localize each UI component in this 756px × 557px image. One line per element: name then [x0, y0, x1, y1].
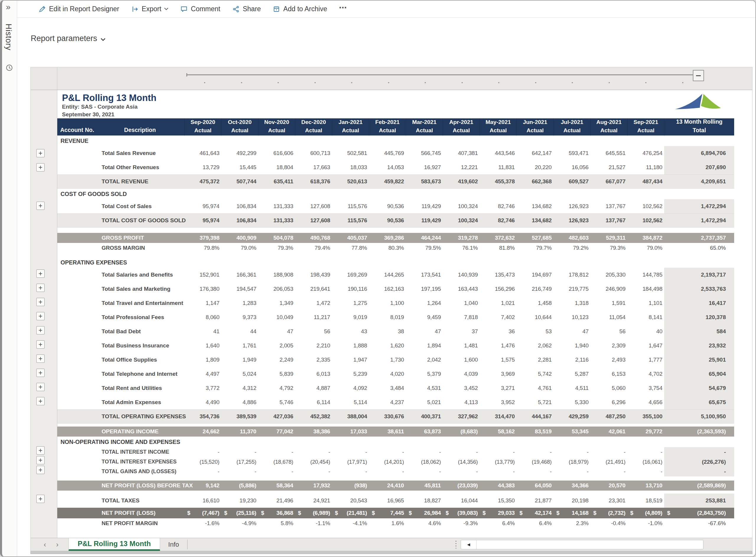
- viewport-header-strip: [30, 67, 752, 90]
- cell-value: 127,608: [295, 214, 332, 227]
- cell-value: 5,330: [553, 395, 590, 409]
- cell-value: 38: [369, 324, 406, 339]
- cell-value: 443,546: [480, 146, 516, 160]
- cell-value: 135,473: [480, 268, 516, 282]
- comment-button[interactable]: Comment: [180, 5, 220, 13]
- cell-value: 100,324: [443, 199, 480, 213]
- cell-value: 3,754: [627, 381, 664, 395]
- cell-value: 63,873: [406, 427, 443, 437]
- expand-row-button[interactable]: +: [36, 149, 45, 157]
- edit-in-report-designer-button[interactable]: Edit in Report Designer: [38, 5, 119, 13]
- toolbar: Edit in Report Designer Export Comment: [17, 1, 755, 18]
- status-strip: [30, 551, 752, 554]
- cell-value: -: [332, 447, 369, 457]
- horizontal-scrollbar[interactable]: ◀: [461, 540, 703, 549]
- cell-value: 1,809: [184, 353, 221, 367]
- cell-value: 190,116: [332, 282, 369, 296]
- expand-row-button[interactable]: +: [36, 466, 45, 474]
- expand-panel-icon[interactable]: »: [6, 2, 11, 12]
- more-options-button[interactable]: ⋯: [339, 3, 347, 15]
- cell-value: -4.9%: [221, 518, 258, 528]
- table-row: GROSS MARGIN79.8%79.0%79.3%79.4%77.8%80.…: [57, 243, 734, 253]
- tab-pl-rolling-13-month[interactable]: P&L Rolling 13 Month: [68, 538, 160, 551]
- expand-row-button[interactable]: +: [36, 326, 45, 334]
- row-label: Total Rent and Utilities: [96, 385, 184, 391]
- cell-value: 64,050: [516, 480, 553, 491]
- cell-value: 4,702: [627, 367, 664, 381]
- column-tick: [682, 82, 683, 83]
- expand-row-button[interactable]: +: [36, 369, 45, 377]
- share-button[interactable]: Share: [232, 5, 261, 13]
- tab-info[interactable]: Info: [160, 538, 188, 551]
- row-label: TOTAL REVENUE: [96, 178, 184, 185]
- cell-value: (19,468): [516, 457, 553, 467]
- expand-row-button[interactable]: +: [36, 397, 45, 405]
- row-label: TOTAL INTEREST INCOME: [96, 449, 184, 455]
- cell-value: 11,180: [627, 160, 664, 174]
- table-row: NET PROFIT MARGIN-1.6%-4.9%5.8%-1.1%-4.1…: [57, 518, 734, 528]
- cell-value: 11,831: [480, 160, 516, 174]
- collapse-columns-handle[interactable]: [693, 70, 704, 81]
- scroll-left-button[interactable]: ◀: [461, 540, 477, 549]
- export-label: Export: [142, 5, 161, 13]
- cell-value: 476,254: [627, 146, 664, 160]
- history-tab[interactable]: History: [4, 24, 13, 51]
- expand-row-button[interactable]: +: [36, 298, 45, 306]
- value: 36,868: [276, 510, 293, 516]
- cell-value: 1,283: [221, 296, 258, 310]
- expand-row-button[interactable]: +: [36, 284, 45, 292]
- cell-value: 53,345: [553, 427, 590, 437]
- cell-value: 452,382: [295, 410, 332, 423]
- column-slider-track[interactable]: [186, 75, 695, 75]
- cell-value: 1,591: [590, 296, 627, 310]
- cell-value: 58,364: [258, 480, 295, 491]
- month-column-header: Sep-2020Actual: [184, 118, 221, 136]
- expand-row-button[interactable]: +: [36, 163, 45, 172]
- expand-row-button[interactable]: +: [36, 340, 45, 349]
- expand-row-button[interactable]: +: [36, 383, 45, 391]
- cell-value: 18,804: [258, 160, 295, 174]
- cell-total: (2,589,869): [664, 480, 734, 491]
- cell-value: (21,491): [590, 457, 627, 467]
- total-header-line1: 13 Month Rolling: [676, 118, 722, 125]
- cell-value: 24,921: [295, 494, 332, 508]
- cell-value: 354,736: [184, 410, 221, 423]
- cell-value: 119,429: [406, 199, 443, 213]
- history-clock-icon[interactable]: [5, 64, 13, 73]
- expand-row-button[interactable]: +: [36, 312, 45, 320]
- add-to-archive-button[interactable]: Add to Archive: [273, 5, 327, 13]
- expand-row-button[interactable]: +: [36, 495, 45, 503]
- cell-value: 507,744: [221, 175, 258, 188]
- cell-total: 54,679: [664, 381, 734, 395]
- cell-value: 429,259: [553, 410, 590, 423]
- cell-value: 5,746: [258, 395, 295, 409]
- account-cell: [57, 214, 96, 227]
- expand-row-button[interactable]: +: [36, 202, 45, 210]
- cell-value: 20,220: [516, 160, 553, 174]
- cell-value: 6,114: [295, 395, 332, 409]
- cell-value: 1,481: [443, 339, 480, 353]
- cell-value: 42,061: [590, 427, 627, 437]
- expand-row-button[interactable]: +: [36, 446, 45, 455]
- cell-value: -: [516, 447, 553, 457]
- expand-row-button[interactable]: +: [36, 456, 45, 464]
- cell-value: $(6,989): [295, 508, 332, 518]
- cell-value: 90,536: [369, 199, 406, 213]
- report-parameters-toggle[interactable]: Report parameters: [31, 34, 106, 43]
- month-name: Sep-2020: [191, 119, 215, 125]
- month-column-header: Sep-2021Actual: [627, 118, 664, 136]
- cell-value: -1.0%: [627, 518, 664, 528]
- cell-value: 77,042: [258, 427, 295, 437]
- account-cell: [57, 494, 96, 508]
- cell-value: 15,350: [480, 494, 516, 508]
- splitter-handle[interactable]: [455, 541, 456, 549]
- expand-row-button[interactable]: +: [36, 354, 45, 363]
- cell-value: 4,312: [221, 381, 258, 395]
- chevron-down-icon: [164, 8, 168, 10]
- cell-value: -: [516, 467, 553, 476]
- expand-row-button[interactable]: +: [36, 269, 45, 278]
- cell-value: 5,742: [516, 367, 553, 381]
- cell-value: $(21,481): [332, 508, 369, 518]
- cell-total: $(2,843,750): [664, 508, 734, 518]
- export-button[interactable]: Export: [131, 5, 168, 13]
